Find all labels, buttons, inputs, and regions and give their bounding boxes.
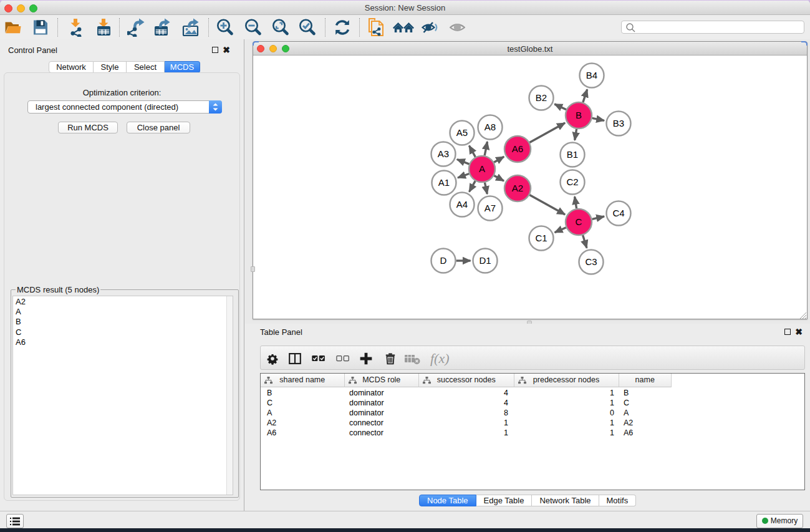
svg-text:B1: B1 — [567, 149, 578, 160]
svg-text:C1: C1 — [535, 233, 547, 243]
svg-text:A5: A5 — [456, 127, 468, 138]
svg-text:A1: A1 — [438, 177, 450, 188]
svg-text:D: D — [440, 255, 447, 266]
svg-text:A6: A6 — [512, 143, 523, 154]
svg-text:B2: B2 — [536, 92, 547, 103]
svg-text:B3: B3 — [613, 118, 624, 128]
svg-text:A7: A7 — [485, 203, 496, 213]
svg-text:C4: C4 — [612, 208, 624, 218]
svg-text:D1: D1 — [479, 255, 491, 266]
svg-text:B: B — [576, 110, 582, 120]
svg-text:B4: B4 — [586, 70, 597, 80]
svg-text:A4: A4 — [456, 199, 468, 210]
svg-text:f(x): f(x) — [430, 351, 450, 366]
svg-text:C2: C2 — [566, 177, 578, 187]
svg-text:A3: A3 — [438, 148, 449, 159]
svg-text:C: C — [576, 216, 582, 227]
svg-text:A2: A2 — [512, 183, 523, 193]
svg-text:A8: A8 — [485, 122, 496, 132]
svg-text:C3: C3 — [585, 256, 597, 267]
svg-text:A: A — [479, 163, 485, 174]
